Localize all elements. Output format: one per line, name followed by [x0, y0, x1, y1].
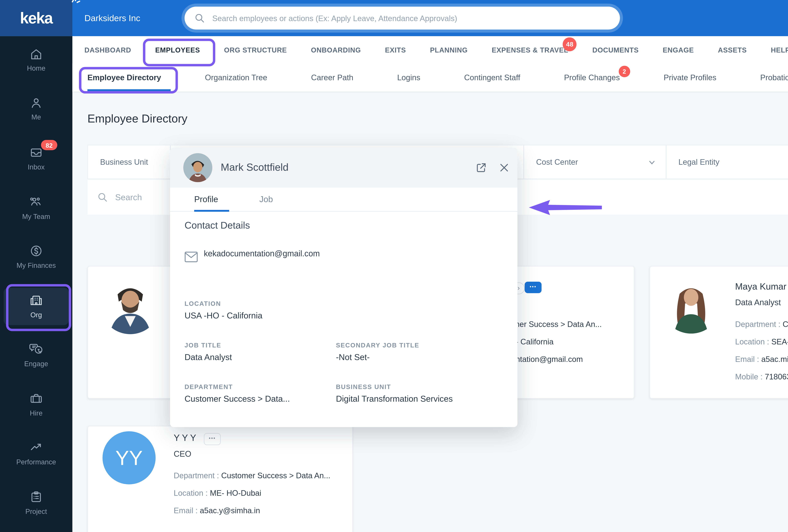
popup-employee-name: Mark Scottfield [221, 148, 289, 188]
business-unit-field-value: Digital Transformation Services [336, 394, 453, 403]
tab-job[interactable]: Job [259, 188, 273, 212]
team-icon [0, 195, 72, 209]
contact-details-title: Contact Details [184, 220, 250, 231]
sidebar-item-project[interactable]: Project [0, 490, 72, 515]
email-label: Email : [174, 506, 198, 515]
sidebar-item-engage[interactable]: Engage [0, 342, 72, 368]
email-value: a5ac.miakunifa865@simha.in [761, 355, 788, 363]
inbox-badge: 82 [41, 140, 57, 150]
profile-changes-badge: 2 [618, 65, 630, 77]
employee-name[interactable]: Y Y Y [174, 433, 196, 443]
sidebar-item-label: Org [4, 311, 69, 318]
subtab-employee-directory[interactable]: Employee Directory [87, 73, 161, 82]
initials-avatar: YY [103, 431, 156, 485]
inbox-icon: 82 [0, 145, 72, 160]
business-unit-field-label: BUSINESS UNIT [336, 383, 391, 390]
legal-entity-filter[interactable]: Legal Entity [666, 145, 788, 178]
email-label: Email : [735, 355, 759, 363]
sidebar-item-my-team[interactable]: My Team [0, 195, 72, 220]
card-email-row: Email : a5ac.miakunifa865@simha.in [735, 355, 788, 363]
location-label: Location : [174, 489, 208, 497]
card-location-row: Location : SEA-HO-Singapore [735, 337, 788, 346]
employee-card-maya[interactable]: Maya Kumar ••• Data Analyst Department :… [649, 266, 788, 399]
nav-tab-expenses-travel[interactable]: EXPENSES & TRAVEL 48 [492, 46, 568, 54]
card-department-row: Department : Customer Success > Data An.… [174, 471, 330, 480]
location-field-label: LOCATION [184, 300, 221, 307]
sidebar-item-label: My Finances [0, 262, 72, 269]
open-profile-external-link-icon[interactable] [475, 162, 487, 174]
location-label: Location : [735, 337, 769, 346]
sidebar-item-label: Inbox [0, 163, 72, 171]
location-value: ME- HO-Dubai [210, 489, 261, 497]
nav-tab-exits[interactable]: EXITS [385, 46, 406, 54]
popup-email-value[interactable]: kekadocumentation@gmail.com [204, 247, 328, 261]
sidebar: Home Me 82 Inbox My Team My Fina [0, 36, 72, 532]
subtab-logins[interactable]: Logins [397, 73, 420, 82]
person-icon [0, 97, 72, 110]
subtab-private-profiles[interactable]: Private Profiles [664, 73, 716, 82]
popup-avatar [183, 153, 212, 182]
email-value: a5ac.y@simha.in [200, 506, 260, 515]
close-icon[interactable] [498, 162, 510, 174]
sidebar-item-label: Home [0, 64, 72, 72]
nav-tab-dashboard[interactable]: DASHBOARD [84, 46, 131, 54]
card-department-row: Department : Customer Success > Data Ana… [735, 320, 788, 329]
sidebar-item-org[interactable]: Org [4, 288, 69, 325]
nav-tab-org-structure[interactable]: ORG STRUCTURE [224, 46, 287, 54]
department-field-value: Customer Success > Data... [184, 394, 290, 403]
nav-tab-engage[interactable]: ENGAGE [663, 46, 694, 54]
sidebar-item-label: Me [0, 113, 72, 121]
company-name: Darksiders Inc [84, 0, 140, 36]
cost-center-label: Cost Center [536, 157, 578, 166]
card-more-button[interactable]: ••• [525, 282, 541, 293]
subtab-organization-tree[interactable]: Organization Tree [205, 73, 267, 82]
nav-tab-documents[interactable]: DOCUMENTS [592, 46, 638, 54]
subtab-probation[interactable]: Probation [760, 73, 788, 82]
subtab-profile-changes[interactable]: Profile Changes 2 [564, 73, 620, 82]
global-search-input[interactable] [211, 13, 610, 23]
sidebar-item-label: Performance [0, 458, 72, 466]
sidebar-item-performance[interactable]: Performance [0, 440, 72, 466]
clipboard-icon [0, 490, 72, 504]
sidebar-item-me[interactable]: Me [0, 97, 72, 121]
employee-card-yyy[interactable]: YY Y Y Y ••• CEO Department : Customer S… [87, 426, 353, 532]
employee-name[interactable]: Maya Kumar [735, 281, 786, 291]
sidebar-item-my-finances[interactable]: My Finances [0, 244, 72, 269]
popup-header: Mark Scottfield [170, 148, 517, 188]
sidebar-item-home[interactable]: Home [0, 47, 72, 72]
global-search-bar[interactable] [184, 7, 620, 29]
expenses-badge: 48 [563, 37, 577, 51]
tab-profile[interactable]: Profile [194, 188, 218, 212]
mobile-label: Mobile : [735, 372, 763, 381]
search-icon [194, 13, 205, 23]
location-value: SEA-HO-Singapore [771, 337, 788, 346]
subtab-contingent-staff[interactable]: Contingent Staff [464, 73, 520, 82]
business-unit-label: Business Unit [100, 157, 148, 166]
popup-tabs: Profile Job [170, 188, 517, 212]
employee-photo [661, 273, 721, 334]
secondary-job-title-field-label: SECONDARY JOB TITLE [336, 341, 419, 349]
nav-tab-planning[interactable]: PLANNING [430, 46, 468, 54]
engage-chat-icon [0, 342, 72, 357]
trend-up-icon [0, 440, 72, 455]
cost-center-filter[interactable]: Cost Center [524, 145, 666, 178]
dollar-circle-icon [0, 244, 72, 258]
sidebar-item-hire[interactable]: Hire [0, 391, 72, 417]
business-unit-filter[interactable]: Business Unit [88, 145, 171, 178]
keka-logo[interactable]: keka [0, 0, 72, 36]
keka-spark-icon [71, 0, 81, 4]
subtab-career-path[interactable]: Career Path [311, 73, 353, 82]
nav-tab-onboarding[interactable]: ONBOARDING [311, 46, 361, 54]
nav-tab-helpdesk[interactable]: HELPDESK [771, 46, 788, 54]
employees-sub-nav: Employee Directory Organization Tree Car… [72, 63, 788, 92]
employee-job-title: CEO [174, 449, 191, 458]
card-more-button[interactable]: ••• [204, 433, 221, 445]
sidebar-item-inbox[interactable]: 82 Inbox [0, 145, 72, 171]
employee-photo [100, 274, 160, 334]
org-building-icon [4, 293, 69, 308]
nav-tab-employees[interactable]: EMPLOYEES [155, 46, 200, 54]
keka-logo-text: keka [20, 9, 53, 27]
active-popup-tab-underline [194, 210, 229, 212]
department-label: Department : [174, 471, 219, 480]
nav-tab-assets[interactable]: ASSETS [718, 46, 747, 54]
